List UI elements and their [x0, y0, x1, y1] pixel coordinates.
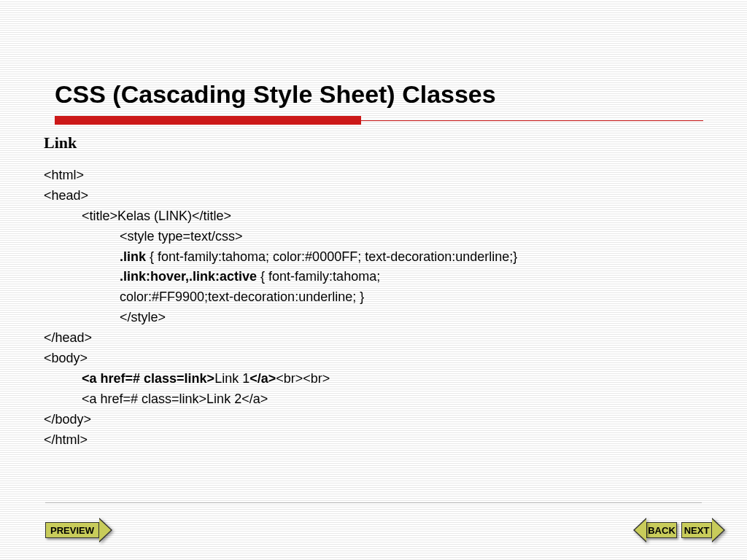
code-line: .link { font-family:tahoma; color:#0000F… [44, 247, 703, 268]
code-line: <title>Kelas (LINK)</title> [44, 206, 703, 227]
code-text: <br><br> [276, 371, 330, 386]
arrow-right-icon [99, 518, 112, 542]
next-label: NEXT [681, 522, 712, 538]
code-line: </head> [44, 328, 703, 349]
code-bold: </a> [249, 371, 276, 386]
code-line: </body> [44, 410, 703, 430]
code-line: <html> [44, 166, 703, 186]
code-line: <a href=# class=link>Link 1</a><br><br> [44, 369, 703, 389]
next-button[interactable]: NEXT [681, 518, 725, 542]
code-bold: <a href=# class=link> [82, 371, 214, 386]
code-line: <style type=text/css> [44, 227, 703, 247]
divider-thick [55, 116, 361, 125]
code-text: Link 1 [214, 371, 249, 386]
subtitle: Link [44, 133, 703, 152]
preview-label: PREVIEW [45, 522, 99, 538]
preview-button[interactable]: PREVIEW [45, 518, 112, 542]
title-divider [55, 116, 703, 125]
code-line: .link:hover,.link:active { font-family:t… [44, 267, 703, 287]
back-label: BACK [646, 522, 677, 538]
code-block: <html> <head> <title>Kelas (LINK)</title… [44, 166, 703, 450]
code-line: color:#FF9900;text-decoration:underline;… [44, 287, 703, 308]
nav-right-group: BACK NEXT [633, 518, 725, 542]
arrow-right-icon [712, 518, 725, 542]
slide-content: CSS (Cascading Style Sheet) Classes Link… [0, 0, 747, 450]
code-line: </style> [44, 308, 703, 328]
footer-divider [45, 502, 702, 503]
code-text: { font-family:tahoma; [257, 269, 380, 284]
divider-thin [361, 120, 703, 121]
page-title: CSS (Cascading Style Sheet) Classes [55, 80, 703, 109]
code-line: <a href=# class=link>Link 2</a> [44, 389, 703, 410]
code-line: <head> [44, 186, 703, 206]
code-bold: .link:hover,.link:active [120, 269, 257, 284]
nav-bar: PREVIEW BACK NEXT [45, 518, 725, 542]
back-button[interactable]: BACK [633, 518, 677, 542]
code-bold: .link [120, 249, 146, 264]
code-line: </html> [44, 430, 703, 451]
arrow-left-icon [633, 518, 646, 542]
code-line: <body> [44, 349, 703, 369]
code-text: { font-family:tahoma; color:#0000FF; tex… [146, 249, 517, 264]
